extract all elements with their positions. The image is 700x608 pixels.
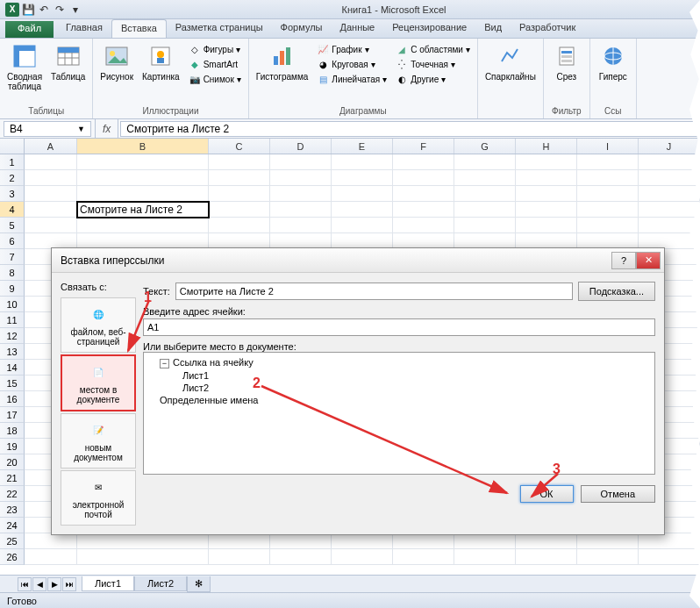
cell[interactable] [393, 533, 454, 549]
cell[interactable] [77, 549, 209, 565]
cell[interactable] [77, 186, 209, 202]
ok-button[interactable]: ОК [520, 485, 574, 503]
sheet-nav-first[interactable]: ⏮ [18, 577, 32, 591]
cell[interactable] [516, 170, 577, 186]
sheet-tab-2[interactable]: Лист2 [134, 576, 187, 591]
cell[interactable] [209, 218, 270, 233]
sheet-tab-new[interactable]: ✻ [187, 576, 211, 592]
name-box[interactable]: B4 ▼ [4, 121, 91, 137]
row-header-15[interactable]: 15 [0, 376, 25, 391]
row-header-6[interactable]: 6 [0, 233, 25, 249]
cell[interactable] [332, 218, 393, 233]
row-header-25[interactable]: 25 [0, 533, 25, 549]
cell[interactable] [393, 170, 454, 186]
cell[interactable] [577, 154, 639, 170]
tree-defined-names-root[interactable]: Определенные имена [147, 394, 651, 406]
col-header-H[interactable]: H [516, 139, 577, 154]
sheet-nav-last[interactable]: ⏭ [62, 577, 76, 591]
cell[interactable] [209, 154, 270, 170]
cell[interactable] [270, 186, 332, 202]
row-header-2[interactable]: 2 [0, 170, 25, 186]
row-header-22[interactable]: 22 [0, 486, 25, 502]
tree-sheet1[interactable]: Лист1 [147, 369, 651, 382]
cell[interactable] [25, 202, 77, 218]
row-header-8[interactable]: 8 [0, 265, 25, 281]
tree-sheet2[interactable]: Лист2 [147, 382, 651, 394]
cell[interactable] [639, 186, 700, 202]
cell[interactable] [639, 154, 700, 170]
cell[interactable] [516, 549, 577, 565]
tab-insert[interactable]: Вставка [111, 19, 167, 38]
row-header-18[interactable]: 18 [0, 423, 25, 439]
row-header-10[interactable]: 10 [0, 297, 25, 312]
cell[interactable] [25, 549, 77, 565]
tab-data[interactable]: Данные [331, 19, 383, 38]
row-header-24[interactable]: 24 [0, 518, 25, 533]
tab-review[interactable]: Рецензирование [383, 19, 475, 38]
other-charts-button[interactable]: ◐Другие ▾ [394, 72, 472, 86]
cell[interactable] [77, 218, 209, 233]
cell[interactable] [577, 533, 639, 549]
link-opt-new-doc[interactable]: 📝 новым документом [61, 413, 136, 469]
row-header-9[interactable]: 9 [0, 281, 25, 297]
cell[interactable] [577, 170, 639, 186]
redo-icon[interactable]: ↷ [53, 3, 67, 17]
link-opt-place-in-doc[interactable]: 📄 местом в документе [61, 354, 136, 411]
cell[interactable] [77, 154, 209, 170]
cell[interactable] [209, 202, 270, 218]
cell[interactable] [639, 549, 700, 565]
tree-cell-ref-root[interactable]: −Ссылка на ячейку [147, 356, 651, 369]
shapes-button[interactable]: ◇Фигуры ▾ [187, 42, 243, 56]
place-tree[interactable]: −Ссылка на ячейку Лист1 Лист2 Определенн… [143, 352, 655, 475]
cell[interactable] [454, 170, 516, 186]
row-header-23[interactable]: 23 [0, 502, 25, 518]
smartart-button[interactable]: ◆SmartArt [187, 57, 243, 71]
cell[interactable] [77, 170, 209, 186]
cell[interactable] [270, 202, 332, 218]
cell[interactable] [209, 170, 270, 186]
col-header-A[interactable]: A [25, 139, 77, 154]
cell[interactable] [454, 202, 516, 218]
dialog-close-button[interactable]: ✕ [636, 252, 661, 269]
picture-button[interactable]: Рисунок [96, 40, 137, 105]
row-header-16[interactable]: 16 [0, 391, 25, 407]
cell[interactable] [270, 154, 332, 170]
cell[interactable] [577, 549, 639, 565]
save-icon[interactable]: 💾 [21, 3, 35, 17]
sheet-nav-prev[interactable]: ◀ [32, 577, 46, 591]
cell[interactable] [577, 202, 639, 218]
col-header-D[interactable]: D [270, 139, 332, 154]
cell[interactable] [393, 186, 454, 202]
row-header-14[interactable]: 14 [0, 360, 25, 376]
hyperlink-button[interactable]: Гиперс [594, 40, 632, 105]
pie-chart-button[interactable]: ◕Круговая ▾ [315, 57, 389, 71]
tab-file[interactable]: Файл [5, 21, 54, 38]
screenshot-button[interactable]: 📷Снимок ▾ [187, 72, 243, 86]
screentip-button[interactable]: Подсказка... [578, 282, 655, 301]
row-header-19[interactable]: 19 [0, 439, 25, 454]
tab-developer[interactable]: Разработчик [511, 19, 584, 38]
cell[interactable] [516, 202, 577, 218]
tab-home[interactable]: Главная [57, 19, 111, 38]
row-header-12[interactable]: 12 [0, 328, 25, 344]
cell[interactable] [25, 170, 77, 186]
cell[interactable] [25, 533, 77, 549]
col-header-C[interactable]: C [209, 139, 270, 154]
cell[interactable] [516, 186, 577, 202]
col-header-J[interactable]: J [639, 139, 700, 154]
row-header-1[interactable]: 1 [0, 154, 25, 170]
cell[interactable] [270, 533, 332, 549]
sheet-tab-1[interactable]: Лист1 [82, 576, 134, 591]
col-header-F[interactable]: F [393, 139, 454, 154]
row-header-5[interactable]: 5 [0, 218, 25, 233]
slicer-button[interactable]: Срез [547, 40, 586, 105]
cell[interactable] [270, 549, 332, 565]
cell[interactable] [332, 533, 393, 549]
cell[interactable] [332, 202, 393, 218]
name-box-dropdown-icon[interactable]: ▼ [77, 125, 85, 133]
cell[interactable] [209, 533, 270, 549]
col-header-E[interactable]: E [332, 139, 393, 154]
link-opt-email[interactable]: ✉ электронной почтой [61, 470, 136, 526]
cell[interactable] [332, 154, 393, 170]
cell-ref-input[interactable] [143, 318, 655, 336]
